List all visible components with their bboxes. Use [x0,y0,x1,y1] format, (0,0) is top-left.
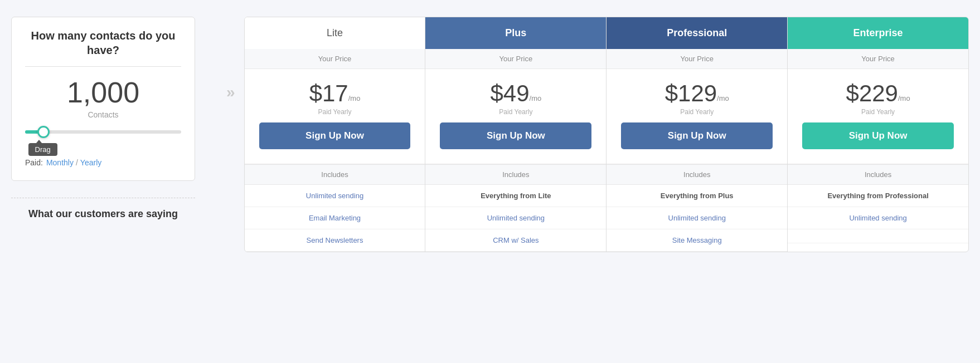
billing-toggle: Paid: Monthly / Yearly [25,158,181,167]
double-arrow-icon: » [226,84,235,101]
feature-item-3-0: Everything from Professional [788,185,968,207]
paid-yearly-3: Paid Yearly [793,108,963,116]
billing-label: Paid: [25,158,43,167]
paid-yearly-0: Paid Yearly [250,108,420,116]
price-value-1: $49 [490,80,529,107]
price-amount-2: $129/mo [612,80,782,107]
yearly-link[interactable]: Yearly [80,158,101,167]
plan-header-plus: Plus [425,17,606,49]
includes-row-3: Includes [788,164,968,185]
feature-item-0-0: Unlimited sending [245,185,425,207]
feature-list-0: Unlimited sendingEmail MarketingSend New… [245,185,425,252]
dashed-divider [11,198,195,198]
includes-row-1: Includes [425,164,606,185]
price-amount-1: $49/mo [431,80,600,107]
plan-header-enterprise: Enterprise [788,17,968,49]
paid-yearly-1: Paid Yearly [431,108,600,116]
plan-header-professional: Professional [607,17,787,49]
your-price-row-2: Your Price [607,49,787,69]
feature-item-0-1: Email Marketing [245,207,425,229]
feature-item-3-1: Unlimited sending [788,207,968,229]
your-price-row-0: Your Price [245,49,425,69]
feature-item-0-2: Send Newsletters [245,229,425,252]
slider-thumb[interactable] [37,126,50,138]
contacts-label: Contacts [25,110,181,119]
price-value-3: $229 [846,80,898,107]
price-value-0: $17 [309,80,348,107]
price-period-2: /mo [717,94,729,102]
plan-col-professional: Professional Your Price $129/mo Paid Yea… [607,17,788,252]
price-amount-0: $17/mo [250,80,420,107]
price-section-3: $229/mo Paid Yearly Sign Up Now [788,69,968,164]
plan-col-lite: Lite Your Price $17/mo Paid Yearly Sign … [245,17,426,252]
signup-button-plus[interactable]: Sign Up Now [440,122,591,149]
feature-item-3-2 [788,229,968,243]
arrow-area: » [217,84,244,101]
slider-container[interactable]: Drag [25,130,181,134]
feature-item-1-1: Unlimited sending [425,207,606,229]
price-section-2: $129/mo Paid Yearly Sign Up Now [607,69,787,164]
signup-button-professional[interactable]: Sign Up Now [621,122,773,149]
contacts-title: How many contacts do you have? [25,28,181,57]
price-amount-3: $229/mo [793,80,963,107]
paid-yearly-2: Paid Yearly [612,108,782,116]
feature-item-2-0: Everything from Plus [607,185,787,207]
your-price-row-1: Your Price [425,49,606,69]
price-period-3: /mo [898,94,910,102]
drag-tooltip: Drag [28,143,57,156]
slider-track [25,130,181,134]
feature-list-2: Everything from PlusUnlimited sendingSit… [607,185,787,252]
feature-item-1-2: CRM w/ Sales [425,229,606,252]
feature-item-1-0: Everything from Lite [425,185,606,207]
signup-button-enterprise[interactable]: Sign Up Now [802,122,954,149]
pricing-table: Lite Your Price $17/mo Paid Yearly Sign … [244,17,969,252]
price-section-0: $17/mo Paid Yearly Sign Up Now [245,69,425,164]
price-period-0: /mo [348,94,361,102]
signup-button-lite[interactable]: Sign Up Now [259,122,411,149]
feature-list-1: Everything from LiteUnlimited sendingCRM… [425,185,606,252]
contacts-card: How many contacts do you have? 1,000 Con… [11,17,195,181]
plan-header-lite: Lite [245,17,425,49]
feature-list-3: Everything from ProfessionalUnlimited se… [788,185,968,252]
monthly-link[interactable]: Monthly [46,158,74,167]
left-panel: How many contacts do you have? 1,000 Con… [11,17,195,221]
price-period-1: /mo [530,94,542,102]
includes-row-2: Includes [607,164,787,185]
billing-separator: / [76,158,78,167]
plan-col-plus: Plus Your Price $49/mo Paid Yearly Sign … [425,17,607,252]
feature-item-2-2: Site Messaging [607,229,787,252]
your-price-row-3: Your Price [788,49,968,69]
price-value-2: $129 [665,80,717,107]
price-section-1: $49/mo Paid Yearly Sign Up Now [425,69,606,164]
customers-heading: What our customers are saying [11,207,195,221]
plan-col-enterprise: Enterprise Your Price $229/mo Paid Yearl… [788,17,968,252]
feature-item-2-1: Unlimited sending [607,207,787,229]
includes-row-0: Includes [245,164,425,185]
contacts-count: 1,000 [25,76,181,109]
